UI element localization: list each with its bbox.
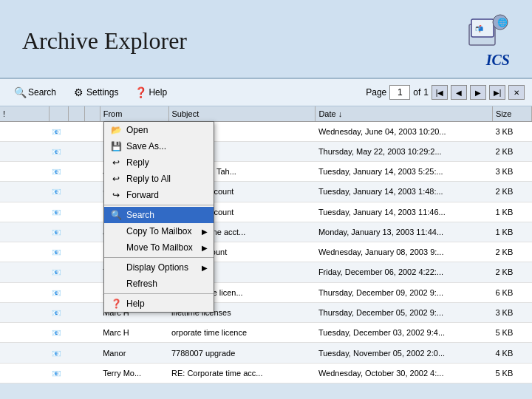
table-row[interactable]: 📧 Cathe ate Time Account Tuesday, Januar… <box>0 182 532 202</box>
table-row[interactable]: 📧 Jim Sm orporate Time acct... Monday, J… <box>0 222 532 242</box>
close-button[interactable]: ✕ <box>508 85 525 100</box>
row-date: Wednesday, June 04, 2003 10:20... <box>316 121 493 141</box>
row-flag <box>0 222 49 242</box>
settings-toolbar-label: Settings <box>86 87 118 98</box>
help-toolbar-label: Help <box>149 87 167 98</box>
context-menu-reply_all[interactable]: ↩Reply to All <box>104 171 214 187</box>
help-toolbar-button[interactable]: ❓ Help <box>128 83 174 101</box>
row-read-icon: 📧 <box>49 162 69 182</box>
table-row[interactable]: 📧 Mark C ate Time Account Tuesday, Janua… <box>0 202 532 222</box>
row-read-icon: 📧 <box>49 302 69 322</box>
ics-brand: ICS <box>486 52 510 69</box>
context-menu-open[interactable]: 📂Open <box>104 122 214 138</box>
search-label: Search <box>126 210 154 220</box>
help-icon: ❓ <box>110 298 122 310</box>
context-menu-search[interactable]: 🔍Search <box>104 207 214 223</box>
row-attach-icon <box>69 262 84 282</box>
header-right: 📬 🌐 ICS <box>466 13 510 69</box>
table-row[interactable]: 📧 Trevor ime Acct. Friday, December 06, … <box>0 262 532 282</box>
table-row[interactable]: 📧 Manor 7788007 upgrade Tuesday, Novembe… <box>0 343 532 363</box>
col-header-subject: Subject <box>168 106 316 121</box>
app-logo-icon: 📬 🌐 <box>466 13 510 50</box>
row-read-icon: 📧 <box>49 363 69 383</box>
row-size: 2 KB <box>492 182 531 202</box>
context-menu-move_to[interactable]: Move To Mailbox▶ <box>104 239 214 256</box>
context-menu-forward[interactable]: ↪Forward <box>104 187 214 203</box>
search-toolbar-button[interactable]: 🔍 Search <box>7 83 63 101</box>
row-size: 1 KB <box>492 202 531 222</box>
row-flag <box>0 323 49 343</box>
table-row[interactable]: 📧 Katy B registration Wednesday, June 04… <box>0 121 532 141</box>
reply-label: Reply <box>126 157 149 168</box>
table-row[interactable]: 📧 Site Lic orporatetime licen... Thursda… <box>0 282 532 302</box>
row-priority <box>84 222 100 242</box>
context-menu-reply[interactable]: ↩Reply <box>104 154 214 171</box>
toolbar: 🔍 Search ⚙ Settings ❓ Help Page of 1 |◀ … <box>0 79 532 106</box>
row-priority <box>84 343 100 363</box>
context-menu-refresh[interactable]: Refresh <box>104 276 214 292</box>
row-flag <box>0 262 49 282</box>
col-header-date: Date ↓ <box>316 106 493 121</box>
of-label: of <box>413 87 420 98</box>
move_to-icon <box>110 242 122 253</box>
settings-toolbar-icon: ⚙ <box>72 86 84 98</box>
table-row[interactable]: 📧 KScott e Time Account Wednesday, Janua… <box>0 242 532 262</box>
row-date: Tuesday, January 14, 2003 11:46... <box>316 202 493 222</box>
page-input[interactable] <box>389 85 410 100</box>
table-row[interactable]: 📧 Terry Mo... RE: Corporate time acc... … <box>0 363 532 383</box>
move_to-arrow-icon: ▶ <box>202 244 208 252</box>
context-menu-copy_to[interactable]: Copy To Mailbox▶ <box>104 223 214 239</box>
forward-label: Forward <box>126 190 159 200</box>
row-size: 3 KB <box>492 162 531 182</box>
copy_to-arrow-icon: ▶ <box>202 228 208 236</box>
row-read-icon: 📧 <box>49 323 69 343</box>
context-menu-save_as[interactable]: 💾Save As... <box>104 138 214 154</box>
row-priority <box>84 282 100 302</box>
display_options-arrow-icon: ▶ <box>202 264 208 272</box>
row-size: 5 KB <box>492 363 531 383</box>
row-date: Tuesday, January 14, 2003 5:25:... <box>316 162 493 182</box>
help-label: Help <box>126 299 145 309</box>
row-date: Monday, January 13, 2003 11:44... <box>316 222 493 242</box>
help-toolbar-icon: ❓ <box>134 86 146 98</box>
save_as-icon: 💾 <box>110 140 122 152</box>
row-flag <box>0 302 49 322</box>
row-date: Wednesday, January 08, 2003 9:... <box>316 242 493 262</box>
refresh-label: Refresh <box>126 279 157 289</box>
context-menu-display_options[interactable]: Display Options▶ <box>104 259 214 276</box>
row-attach-icon <box>69 242 84 262</box>
table-row[interactable]: 📧 Marc H orporate time licence Tuesday, … <box>0 323 532 343</box>
svg-text:📬: 📬 <box>475 24 484 33</box>
context-menu-help[interactable]: ❓Help <box>104 296 214 312</box>
next-page-button[interactable]: ▶ <box>470 85 486 100</box>
row-attach-icon <box>69 182 84 202</box>
row-date: Tuesday, January 14, 2003 1:48:... <box>316 182 493 202</box>
search-toolbar-icon: 🔍 <box>14 86 26 98</box>
row-size: 2 KB <box>492 262 531 282</box>
refresh-icon <box>110 278 122 290</box>
row-flag <box>0 182 49 202</box>
settings-toolbar-button[interactable]: ⚙ Settings <box>66 83 125 101</box>
row-flag <box>0 141 49 161</box>
row-size: 2 KB <box>492 242 531 262</box>
row-size: 3 KB <box>492 302 531 322</box>
col-header-attach <box>69 106 84 121</box>
last-page-button[interactable]: ▶| <box>489 85 505 100</box>
search-icon: 🔍 <box>110 209 122 221</box>
row-priority <box>84 302 100 322</box>
row-flag <box>0 202 49 222</box>
first-page-button[interactable]: |◀ <box>432 85 448 100</box>
table-row[interactable]: 📧 Marc H lifettime licenses Thursday, De… <box>0 302 532 322</box>
reply_all-icon: ↩ <box>110 173 122 185</box>
prev-page-button[interactable]: ◀ <box>451 85 467 100</box>
table-row[interactable]: 📧 Mercy account Thursday, May 22, 2003 1… <box>0 141 532 161</box>
row-date: Thursday, May 22, 2003 10:29:2... <box>316 141 493 161</box>
row-read-icon: 📧 <box>49 242 69 262</box>
context-menu-separator <box>104 205 214 205</box>
context-menu: 📂Open💾Save As...↩Reply↩Reply to All↪Forw… <box>103 121 214 313</box>
row-date: Tuesday, December 03, 2002 9:4... <box>316 323 493 343</box>
row-size: 5 KB <box>492 323 531 343</box>
row-flag <box>0 121 49 141</box>
row-attach-icon <box>69 363 84 383</box>
table-row[interactable]: 📧 Joan B ate Time for Tah... Tuesday, Ja… <box>0 162 532 182</box>
